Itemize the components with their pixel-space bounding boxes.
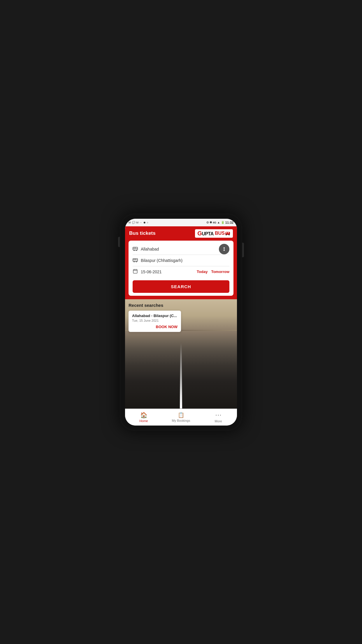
book-now-button[interactable]: BOOK NOW — [132, 325, 178, 329]
status-bar: M 💬 M ··· ⏺ ○ ⊙ ✱ 4G ▲ 🔋 11:32 — [125, 219, 237, 226]
to-input[interactable]: Bilaspur (Chhattisgarh) — [141, 258, 229, 263]
status-signal-icon: ▲ — [217, 221, 220, 224]
to-row[interactable]: Bilaspur (Chhattisgarh) — [133, 255, 229, 266]
app-title: Bus tickets — [129, 230, 156, 236]
date-row[interactable]: 15-06-2021 Today Tomorrow — [133, 266, 229, 277]
calendar-icon — [133, 269, 138, 275]
status-icon-rec: ⏺ — [143, 221, 146, 224]
search-card: Allahabad — [125, 241, 237, 299]
recent-date: Tue, 15 June 2021 — [132, 319, 178, 322]
recent-route: Allahabad - Bilaspur (C... — [132, 314, 178, 318]
today-shortcut[interactable]: Today — [197, 270, 208, 274]
search-button[interactable]: SEARCH — [133, 280, 229, 293]
status-icon-chat: 💬 — [132, 221, 135, 224]
svg-point-1 — [226, 234, 227, 235]
search-form: Allahabad — [129, 241, 233, 296]
logo-text: GUPTA — [197, 230, 213, 237]
nav-item-home[interactable]: 🏠 Home — [125, 409, 162, 426]
status-4g-icon: 4G — [213, 221, 216, 224]
logo-upta: UPTA — [202, 231, 213, 236]
logo-bus: BUS — [215, 231, 225, 236]
phone-screen: M 💬 M ··· ⏺ ○ ⊙ ✱ 4G ▲ 🔋 11:32 Bus ticke… — [125, 219, 237, 426]
date-input[interactable]: 15-06-2021 — [141, 270, 197, 274]
svg-rect-4 — [228, 232, 229, 233]
svg-rect-17 — [133, 270, 137, 273]
from-row[interactable]: Allahabad — [133, 244, 229, 255]
status-wifi-icon: ⊙ — [206, 221, 209, 224]
tomorrow-shortcut[interactable]: Tomorrow — [211, 270, 229, 274]
app-header: Bus tickets GUPTA BUS — [125, 226, 237, 241]
main-content: Recent searches Allahabad - Bilaspur (C.… — [125, 299, 237, 409]
bus-from-icon — [133, 246, 138, 252]
bookings-icon: 📋 — [178, 412, 184, 418]
logo-container: GUPTA BUS — [195, 229, 233, 238]
status-time: 11:32 — [225, 221, 233, 224]
status-icon-m: M — [129, 221, 131, 224]
status-left-icons: M 💬 M ··· ⏺ ○ — [129, 221, 148, 224]
swap-button[interactable] — [219, 244, 229, 254]
status-battery-icon: 🔋 — [221, 221, 224, 224]
nav-item-more[interactable]: ⋯ More — [200, 409, 237, 426]
bus-to-icon — [133, 257, 138, 264]
recent-search-card[interactable]: Allahabad - Bilaspur (C... Tue, 15 June … — [129, 311, 181, 332]
home-label: Home — [139, 419, 148, 423]
status-icon-dots: ··· — [140, 221, 142, 224]
from-input[interactable]: Allahabad — [141, 247, 229, 251]
bottom-nav: 🏠 Home 📋 My Bookings ⋯ More — [125, 409, 237, 426]
status-right-icons: ⊙ ✱ 4G ▲ 🔋 11:32 — [206, 221, 233, 224]
nav-item-my-bookings[interactable]: 📋 My Bookings — [162, 409, 200, 426]
logo-g: G — [197, 230, 202, 237]
more-label: More — [215, 419, 222, 423]
recent-searches-title: Recent searches — [129, 303, 233, 308]
recent-searches-section: Recent searches Allahabad - Bilaspur (C.… — [125, 299, 237, 335]
svg-rect-3 — [226, 232, 227, 233]
svg-point-2 — [229, 234, 230, 235]
more-icon: ⋯ — [215, 411, 222, 419]
status-bt-icon: ✱ — [210, 221, 212, 224]
logo-bus-icon — [225, 231, 231, 235]
date-shortcuts: Today Tomorrow — [197, 270, 229, 274]
status-icon-circle: ○ — [147, 221, 148, 224]
phone-frame: M 💬 M ··· ⏺ ○ ⊙ ✱ 4G ▲ 🔋 11:32 Bus ticke… — [120, 214, 242, 431]
home-icon: 🏠 — [140, 412, 147, 419]
bookings-label: My Bookings — [172, 419, 190, 422]
status-icon-m2: M — [136, 221, 139, 224]
